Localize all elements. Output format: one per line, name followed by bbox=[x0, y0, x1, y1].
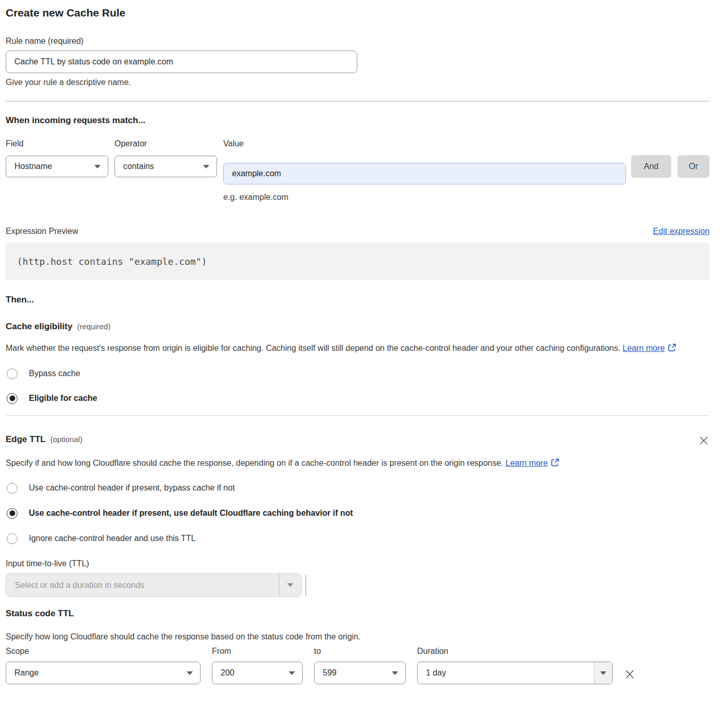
operator-select[interactable]: contains bbox=[114, 156, 217, 177]
external-link-icon bbox=[668, 342, 676, 357]
edge-ttl-heading: Edge TTL(optional) bbox=[6, 434, 82, 445]
radio-bypass-cache[interactable]: Bypass cache bbox=[6, 367, 80, 380]
rule-name-label: Rule name (required) bbox=[6, 36, 709, 46]
value-label: Value bbox=[223, 139, 626, 148]
value-hint: e.g. example.com bbox=[223, 193, 626, 202]
create-cache-rule-form: Create new Cache Rule Rule name (require… bbox=[0, 0, 728, 698]
to-select[interactable]: 599 bbox=[314, 662, 406, 684]
field-label: Field bbox=[6, 139, 108, 148]
operator-label: Operator bbox=[114, 139, 217, 148]
divider bbox=[6, 415, 709, 416]
radio-cc-default[interactable]: Use cache-control header if present, use… bbox=[6, 507, 353, 519]
radio-cc-bypass[interactable]: Use cache-control header if present, byp… bbox=[6, 482, 235, 494]
caret-down-icon bbox=[94, 165, 101, 168]
learn-more-link[interactable]: Learn more bbox=[623, 344, 665, 352]
status-code-ttl-heading: Status code TTL bbox=[6, 608, 709, 619]
caret-down-icon bbox=[187, 671, 193, 675]
status-code-ttl-description: Specify how long Cloudflare should cache… bbox=[6, 630, 709, 644]
radio-icon bbox=[7, 368, 18, 379]
status-code-ttl-row: Scope Range From 200 to 599 Duration 1 d… bbox=[6, 647, 709, 684]
caret-down-icon bbox=[392, 671, 398, 675]
rule-name-help: Give your rule a descriptive name. bbox=[6, 77, 709, 87]
divider bbox=[6, 101, 709, 102]
radio-icon bbox=[7, 393, 18, 404]
external-link-icon bbox=[551, 457, 559, 471]
caret-down-icon bbox=[203, 165, 209, 168]
edge-ttl-header: Edge TTL(optional) bbox=[6, 434, 709, 448]
edit-expression-link[interactable]: Edit expression bbox=[653, 227, 709, 236]
match-condition-row: Field Hostname Operator contains Value e… bbox=[6, 139, 709, 202]
ttl-duration-combobox[interactable]: Select or add a duration in seconds bbox=[6, 573, 302, 597]
then-heading: Then... bbox=[6, 294, 709, 306]
match-section-heading: When incoming requests match... bbox=[6, 115, 709, 126]
to-label: to bbox=[314, 647, 406, 656]
text-cursor bbox=[305, 575, 306, 596]
ttl-input-label: Input time-to-live (TTL) bbox=[6, 559, 709, 568]
rule-name-input[interactable] bbox=[6, 50, 357, 73]
radio-icon bbox=[7, 483, 18, 494]
radio-icon bbox=[7, 533, 18, 544]
learn-more-link[interactable]: Learn more bbox=[506, 459, 548, 467]
cache-eligibility-description: Mark whether the request's response from… bbox=[6, 341, 699, 357]
remove-row-icon[interactable] bbox=[624, 668, 636, 682]
close-icon[interactable] bbox=[698, 435, 709, 448]
edge-ttl-description: Specify if and how long Cloudflare shoul… bbox=[6, 455, 575, 471]
ttl-combobox-placeholder: Select or add a duration in seconds bbox=[6, 574, 279, 596]
required-qualifier: (required) bbox=[77, 322, 110, 331]
from-label: From bbox=[212, 647, 303, 656]
optional-qualifier: (optional) bbox=[50, 435, 82, 444]
scope-select[interactable]: Range bbox=[6, 662, 201, 684]
expression-code-block: (http.host contains "example.com") bbox=[6, 243, 709, 280]
scope-label: Scope bbox=[6, 647, 201, 656]
value-input[interactable] bbox=[223, 163, 626, 184]
duration-label: Duration bbox=[417, 647, 613, 656]
from-select[interactable]: 200 bbox=[212, 662, 303, 684]
expression-preview-label: Expression Preview bbox=[6, 226, 78, 236]
radio-eligible-for-cache[interactable]: Eligible for cache bbox=[6, 392, 97, 404]
radio-ignore-cc[interactable]: Ignore cache-control header and use this… bbox=[6, 532, 195, 545]
radio-icon bbox=[7, 508, 18, 519]
and-button[interactable]: And bbox=[631, 155, 671, 178]
caret-down-icon[interactable] bbox=[594, 662, 612, 684]
page-title: Create new Cache Rule bbox=[6, 6, 709, 20]
caret-down-icon[interactable] bbox=[279, 574, 301, 596]
duration-select[interactable]: 1 day bbox=[417, 662, 613, 684]
ttl-combobox-wrap: Select or add a duration in seconds bbox=[6, 573, 709, 597]
caret-down-icon bbox=[289, 671, 295, 675]
or-button[interactable]: Or bbox=[677, 155, 709, 178]
cache-eligibility-heading: Cache eligibility(required) bbox=[6, 321, 709, 332]
field-select[interactable]: Hostname bbox=[6, 156, 108, 177]
expression-preview-header: Expression Preview Edit expression bbox=[6, 226, 709, 236]
